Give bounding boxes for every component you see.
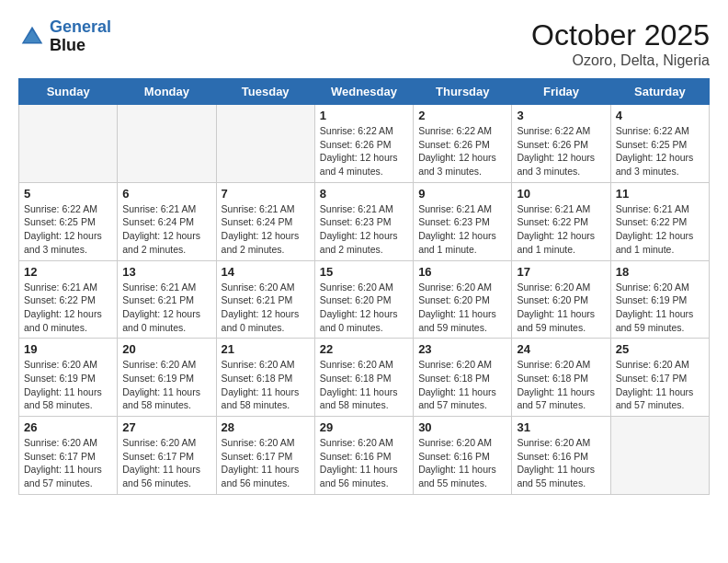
day-number: 3 bbox=[517, 109, 605, 122]
calendar-cell: 16Sunrise: 6:20 AM Sunset: 6:20 PM Dayli… bbox=[414, 260, 512, 339]
calendar-week-3: 12Sunrise: 6:21 AM Sunset: 6:22 PM Dayli… bbox=[19, 260, 710, 339]
day-number: 11 bbox=[616, 187, 704, 201]
calendar-cell: 6Sunrise: 6:21 AM Sunset: 6:24 PM Daylig… bbox=[118, 182, 216, 260]
day-info: Sunrise: 6:20 AM Sunset: 6:20 PM Dayligh… bbox=[517, 281, 605, 335]
weekday-header-monday: Monday bbox=[118, 79, 216, 105]
calendar-cell: 28Sunrise: 6:20 AM Sunset: 6:17 PM Dayli… bbox=[216, 417, 314, 495]
day-number: 6 bbox=[122, 187, 210, 201]
day-number: 24 bbox=[517, 342, 605, 356]
day-number: 19 bbox=[24, 342, 112, 356]
weekday-header-tuesday: Tuesday bbox=[216, 79, 314, 105]
title-block: October 2025 Ozoro, Delta, Nigeria bbox=[531, 18, 710, 69]
day-info: Sunrise: 6:21 AM Sunset: 6:24 PM Dayligh… bbox=[222, 202, 310, 257]
calendar-cell: 31Sunrise: 6:20 AM Sunset: 6:16 PM Dayli… bbox=[512, 417, 610, 495]
calendar-week-5: 26Sunrise: 6:20 AM Sunset: 6:17 PM Dayli… bbox=[19, 417, 710, 495]
day-info: Sunrise: 6:22 AM Sunset: 6:26 PM Dayligh… bbox=[418, 124, 506, 178]
day-number: 9 bbox=[418, 187, 506, 201]
calendar-cell: 21Sunrise: 6:20 AM Sunset: 6:18 PM Dayli… bbox=[216, 339, 314, 417]
day-info: Sunrise: 6:20 AM Sunset: 6:18 PM Dayligh… bbox=[418, 358, 506, 412]
day-info: Sunrise: 6:20 AM Sunset: 6:18 PM Dayligh… bbox=[222, 358, 310, 412]
calendar-cell: 24Sunrise: 6:20 AM Sunset: 6:18 PM Dayli… bbox=[512, 339, 610, 417]
calendar-cell: 7Sunrise: 6:21 AM Sunset: 6:24 PM Daylig… bbox=[216, 182, 314, 260]
calendar-cell: 18Sunrise: 6:20 AM Sunset: 6:19 PM Dayli… bbox=[610, 260, 709, 339]
day-info: Sunrise: 6:22 AM Sunset: 6:26 PM Dayligh… bbox=[320, 124, 408, 178]
day-number: 5 bbox=[24, 187, 112, 201]
calendar-cell: 12Sunrise: 6:21 AM Sunset: 6:22 PM Dayli… bbox=[19, 260, 118, 339]
day-number: 18 bbox=[616, 265, 704, 279]
day-info: Sunrise: 6:20 AM Sunset: 6:18 PM Dayligh… bbox=[517, 358, 605, 412]
calendar-cell: 4Sunrise: 6:22 AM Sunset: 6:25 PM Daylig… bbox=[610, 105, 709, 183]
calendar-cell: 20Sunrise: 6:20 AM Sunset: 6:19 PM Dayli… bbox=[118, 339, 216, 417]
day-info: Sunrise: 6:22 AM Sunset: 6:25 PM Dayligh… bbox=[24, 202, 112, 257]
day-info: Sunrise: 6:20 AM Sunset: 6:16 PM Dayligh… bbox=[320, 436, 408, 490]
day-number: 21 bbox=[222, 342, 310, 356]
day-number: 13 bbox=[122, 265, 210, 279]
calendar-cell: 23Sunrise: 6:20 AM Sunset: 6:18 PM Dayli… bbox=[414, 339, 512, 417]
day-info: Sunrise: 6:20 AM Sunset: 6:16 PM Dayligh… bbox=[418, 436, 506, 490]
calendar-cell: 13Sunrise: 6:21 AM Sunset: 6:21 PM Dayli… bbox=[118, 260, 216, 339]
calendar-cell: 30Sunrise: 6:20 AM Sunset: 6:16 PM Dayli… bbox=[414, 417, 512, 495]
day-info: Sunrise: 6:22 AM Sunset: 6:26 PM Dayligh… bbox=[517, 124, 605, 178]
day-info: Sunrise: 6:21 AM Sunset: 6:23 PM Dayligh… bbox=[320, 202, 408, 257]
day-info: Sunrise: 6:20 AM Sunset: 6:19 PM Dayligh… bbox=[616, 281, 704, 335]
logo-line2: Blue bbox=[50, 37, 111, 55]
day-info: Sunrise: 6:20 AM Sunset: 6:21 PM Dayligh… bbox=[222, 281, 310, 335]
calendar-cell bbox=[216, 105, 314, 183]
day-info: Sunrise: 6:21 AM Sunset: 6:22 PM Dayligh… bbox=[24, 281, 112, 335]
calendar-cell bbox=[610, 417, 709, 495]
calendar-cell: 2Sunrise: 6:22 AM Sunset: 6:26 PM Daylig… bbox=[414, 105, 512, 183]
calendar-cell: 10Sunrise: 6:21 AM Sunset: 6:22 PM Dayli… bbox=[512, 182, 610, 260]
day-info: Sunrise: 6:20 AM Sunset: 6:20 PM Dayligh… bbox=[418, 281, 506, 335]
day-number: 22 bbox=[320, 342, 408, 356]
day-info: Sunrise: 6:20 AM Sunset: 6:17 PM Dayligh… bbox=[122, 436, 210, 490]
day-info: Sunrise: 6:21 AM Sunset: 6:21 PM Dayligh… bbox=[122, 281, 210, 335]
calendar-cell: 17Sunrise: 6:20 AM Sunset: 6:20 PM Dayli… bbox=[512, 260, 610, 339]
day-info: Sunrise: 6:20 AM Sunset: 6:19 PM Dayligh… bbox=[24, 358, 112, 412]
weekday-header-saturday: Saturday bbox=[610, 79, 709, 105]
calendar-cell: 14Sunrise: 6:20 AM Sunset: 6:21 PM Dayli… bbox=[216, 260, 314, 339]
calendar-cell bbox=[19, 105, 118, 183]
calendar-cell: 22Sunrise: 6:20 AM Sunset: 6:18 PM Dayli… bbox=[314, 339, 413, 417]
day-number: 4 bbox=[616, 109, 704, 122]
calendar-cell: 5Sunrise: 6:22 AM Sunset: 6:25 PM Daylig… bbox=[19, 182, 118, 260]
day-number: 10 bbox=[517, 187, 605, 201]
calendar-cell: 1Sunrise: 6:22 AM Sunset: 6:26 PM Daylig… bbox=[314, 105, 413, 183]
calendar-cell: 29Sunrise: 6:20 AM Sunset: 6:16 PM Dayli… bbox=[314, 417, 413, 495]
logo: General Blue bbox=[18, 18, 111, 55]
day-number: 25 bbox=[616, 342, 704, 356]
calendar-cell: 8Sunrise: 6:21 AM Sunset: 6:23 PM Daylig… bbox=[314, 182, 413, 260]
calendar-cell: 11Sunrise: 6:21 AM Sunset: 6:22 PM Dayli… bbox=[610, 182, 709, 260]
day-info: Sunrise: 6:20 AM Sunset: 6:18 PM Dayligh… bbox=[320, 358, 408, 412]
weekday-header-friday: Friday bbox=[512, 79, 610, 105]
calendar-cell: 9Sunrise: 6:21 AM Sunset: 6:23 PM Daylig… bbox=[414, 182, 512, 260]
calendar-week-1: 1Sunrise: 6:22 AM Sunset: 6:26 PM Daylig… bbox=[19, 105, 710, 183]
calendar-week-2: 5Sunrise: 6:22 AM Sunset: 6:25 PM Daylig… bbox=[19, 182, 710, 260]
calendar-subtitle: Ozoro, Delta, Nigeria bbox=[531, 52, 710, 69]
calendar-cell bbox=[118, 105, 216, 183]
day-number: 8 bbox=[320, 187, 408, 201]
day-number: 14 bbox=[222, 265, 310, 279]
logo-text: General Blue bbox=[50, 18, 111, 55]
day-info: Sunrise: 6:22 AM Sunset: 6:25 PM Dayligh… bbox=[616, 124, 704, 178]
day-number: 12 bbox=[24, 265, 112, 279]
day-number: 27 bbox=[122, 420, 210, 434]
calendar-table: SundayMondayTuesdayWednesdayThursdayFrid… bbox=[18, 78, 710, 495]
logo-line1: General bbox=[50, 17, 111, 36]
day-info: Sunrise: 6:21 AM Sunset: 6:23 PM Dayligh… bbox=[418, 202, 506, 257]
weekday-header-sunday: Sunday bbox=[19, 79, 118, 105]
day-number: 20 bbox=[122, 342, 210, 356]
day-info: Sunrise: 6:20 AM Sunset: 6:17 PM Dayligh… bbox=[616, 358, 704, 412]
day-info: Sunrise: 6:20 AM Sunset: 6:16 PM Dayligh… bbox=[517, 436, 605, 490]
day-info: Sunrise: 6:21 AM Sunset: 6:22 PM Dayligh… bbox=[616, 202, 704, 257]
weekday-header-wednesday: Wednesday bbox=[314, 79, 413, 105]
day-number: 16 bbox=[418, 265, 506, 279]
day-number: 30 bbox=[418, 420, 506, 434]
calendar-cell: 26Sunrise: 6:20 AM Sunset: 6:17 PM Dayli… bbox=[19, 417, 118, 495]
day-info: Sunrise: 6:21 AM Sunset: 6:22 PM Dayligh… bbox=[517, 202, 605, 257]
day-number: 17 bbox=[517, 265, 605, 279]
day-number: 26 bbox=[24, 420, 112, 434]
day-info: Sunrise: 6:21 AM Sunset: 6:24 PM Dayligh… bbox=[122, 202, 210, 257]
calendar-cell: 19Sunrise: 6:20 AM Sunset: 6:19 PM Dayli… bbox=[19, 339, 118, 417]
calendar-cell: 27Sunrise: 6:20 AM Sunset: 6:17 PM Dayli… bbox=[118, 417, 216, 495]
day-info: Sunrise: 6:20 AM Sunset: 6:20 PM Dayligh… bbox=[320, 281, 408, 335]
